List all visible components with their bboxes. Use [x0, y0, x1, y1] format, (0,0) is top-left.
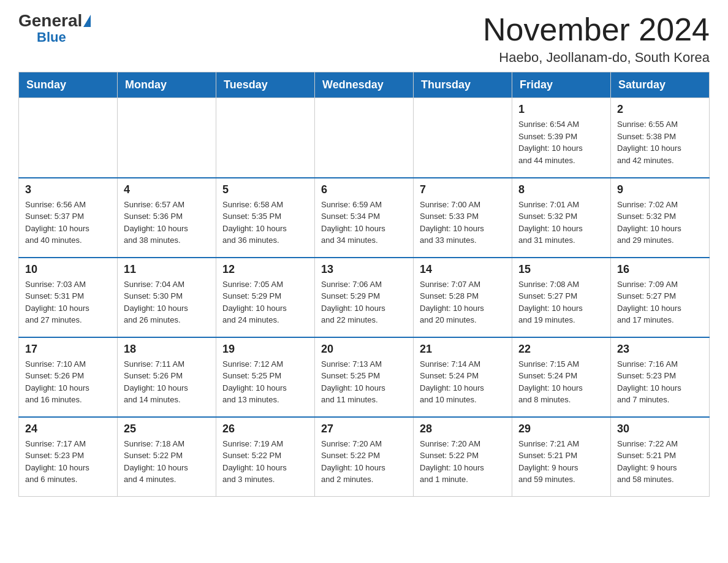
day-info: Sunrise: 7:20 AMSunset: 5:22 PMDaylight:… [420, 438, 506, 486]
calendar-subtitle: Haebo, Jeollanam-do, South Korea [483, 50, 710, 66]
day-info: Sunrise: 7:16 AMSunset: 5:23 PMDaylight:… [617, 358, 703, 406]
day-number: 27 [321, 423, 407, 435]
calendar-cell-w5-d4: 28Sunrise: 7:20 AMSunset: 5:22 PMDayligh… [414, 417, 512, 497]
calendar-cell-w4-d4: 21Sunrise: 7:14 AMSunset: 5:24 PMDayligh… [414, 337, 512, 417]
calendar-cell-w4-d1: 18Sunrise: 7:11 AMSunset: 5:26 PMDayligh… [118, 337, 216, 417]
header-tuesday: Tuesday [216, 72, 315, 98]
calendar-cell-w2-d1: 4Sunrise: 6:57 AMSunset: 5:36 PMDaylight… [118, 178, 216, 258]
week-row-4: 17Sunrise: 7:10 AMSunset: 5:26 PMDayligh… [19, 337, 710, 417]
day-number: 21 [420, 343, 506, 356]
week-row-2: 3Sunrise: 6:56 AMSunset: 5:37 PMDaylight… [19, 178, 710, 258]
day-info: Sunrise: 7:22 AMSunset: 5:21 PMDaylight:… [617, 438, 703, 486]
day-number: 26 [222, 423, 308, 435]
calendar-cell-w2-d3: 6Sunrise: 6:59 AMSunset: 5:34 PMDaylight… [315, 178, 414, 258]
day-number: 23 [617, 343, 703, 356]
day-info: Sunrise: 7:11 AMSunset: 5:26 PMDaylight:… [124, 358, 210, 406]
calendar-cell-w1-d2 [216, 98, 315, 178]
calendar-cell-w1-d4 [414, 98, 512, 178]
calendar-cell-w3-d3: 13Sunrise: 7:06 AMSunset: 5:29 PMDayligh… [315, 258, 414, 337]
day-info: Sunrise: 7:13 AMSunset: 5:25 PMDaylight:… [321, 358, 407, 406]
day-info: Sunrise: 6:59 AMSunset: 5:34 PMDaylight:… [321, 199, 407, 247]
calendar-cell-w5-d5: 29Sunrise: 7:21 AMSunset: 5:21 PMDayligh… [512, 417, 611, 497]
day-number: 5 [222, 183, 308, 196]
calendar-cell-w2-d0: 3Sunrise: 6:56 AMSunset: 5:37 PMDaylight… [19, 178, 118, 258]
calendar-cell-w2-d4: 7Sunrise: 7:00 AMSunset: 5:33 PMDaylight… [414, 178, 512, 258]
calendar-cell-w1-d3 [315, 98, 414, 178]
day-number: 13 [321, 263, 407, 276]
calendar-title: November 2024 [483, 12, 710, 47]
calendar-cell-w2-d6: 9Sunrise: 7:02 AMSunset: 5:32 PMDaylight… [611, 178, 710, 258]
day-number: 24 [25, 423, 111, 435]
logo-triangle-icon [83, 15, 91, 27]
calendar-cell-w4-d2: 19Sunrise: 7:12 AMSunset: 5:25 PMDayligh… [216, 337, 315, 417]
day-number: 17 [25, 343, 111, 356]
calendar-cell-w3-d6: 16Sunrise: 7:09 AMSunset: 5:27 PMDayligh… [611, 258, 710, 337]
day-info: Sunrise: 7:14 AMSunset: 5:24 PMDaylight:… [420, 358, 506, 406]
calendar-cell-w2-d5: 8Sunrise: 7:01 AMSunset: 5:32 PMDaylight… [512, 178, 611, 258]
day-info: Sunrise: 7:03 AMSunset: 5:31 PMDaylight:… [25, 278, 111, 326]
day-number: 20 [321, 343, 407, 356]
header-monday: Monday [118, 72, 216, 98]
day-info: Sunrise: 7:18 AMSunset: 5:22 PMDaylight:… [124, 438, 210, 486]
day-info: Sunrise: 6:55 AMSunset: 5:38 PMDaylight:… [617, 118, 703, 166]
day-number: 15 [518, 263, 604, 276]
day-info: Sunrise: 7:08 AMSunset: 5:27 PMDaylight:… [518, 278, 604, 326]
calendar-cell-w1-d1 [118, 98, 216, 178]
calendar-cell-w3-d1: 11Sunrise: 7:04 AMSunset: 5:30 PMDayligh… [118, 258, 216, 337]
day-number: 22 [518, 343, 604, 356]
day-info: Sunrise: 7:19 AMSunset: 5:22 PMDaylight:… [222, 438, 308, 486]
day-number: 30 [617, 423, 703, 435]
day-info: Sunrise: 7:10 AMSunset: 5:26 PMDaylight:… [25, 358, 111, 406]
day-number: 12 [222, 263, 308, 276]
calendar-cell-w3-d5: 15Sunrise: 7:08 AMSunset: 5:27 PMDayligh… [512, 258, 611, 337]
logo-general-text: General [18, 12, 82, 29]
day-number: 6 [321, 183, 407, 196]
day-number: 2 [617, 103, 703, 116]
day-info: Sunrise: 7:21 AMSunset: 5:21 PMDaylight:… [518, 438, 604, 486]
calendar-cell-w5-d3: 27Sunrise: 7:20 AMSunset: 5:22 PMDayligh… [315, 417, 414, 497]
calendar-cell-w4-d5: 22Sunrise: 7:15 AMSunset: 5:24 PMDayligh… [512, 337, 611, 417]
calendar-cell-w1-d6: 2Sunrise: 6:55 AMSunset: 5:38 PMDaylight… [611, 98, 710, 178]
day-info: Sunrise: 7:02 AMSunset: 5:32 PMDaylight:… [617, 199, 703, 247]
day-info: Sunrise: 7:12 AMSunset: 5:25 PMDaylight:… [222, 358, 308, 406]
day-number: 25 [124, 423, 210, 435]
day-number: 4 [124, 183, 210, 196]
day-number: 11 [124, 263, 210, 276]
day-number: 16 [617, 263, 703, 276]
calendar-cell-w1-d0 [19, 98, 118, 178]
calendar-cell-w4-d6: 23Sunrise: 7:16 AMSunset: 5:23 PMDayligh… [611, 337, 710, 417]
header: General Blue November 2024 Haebo, Jeolla… [18, 12, 710, 66]
day-number: 14 [420, 263, 506, 276]
day-info: Sunrise: 6:58 AMSunset: 5:35 PMDaylight:… [222, 199, 308, 247]
header-sunday: Sunday [19, 72, 118, 98]
day-number: 8 [518, 183, 604, 196]
calendar-cell-w3-d0: 10Sunrise: 7:03 AMSunset: 5:31 PMDayligh… [19, 258, 118, 337]
logo-blue-text: Blue [37, 29, 66, 45]
day-info: Sunrise: 7:09 AMSunset: 5:27 PMDaylight:… [617, 278, 703, 326]
day-info: Sunrise: 6:57 AMSunset: 5:36 PMDaylight:… [124, 199, 210, 247]
calendar-cell-w4-d0: 17Sunrise: 7:10 AMSunset: 5:26 PMDayligh… [19, 337, 118, 417]
day-number: 9 [617, 183, 703, 196]
day-info: Sunrise: 6:54 AMSunset: 5:39 PMDaylight:… [518, 118, 604, 166]
day-info: Sunrise: 7:01 AMSunset: 5:32 PMDaylight:… [518, 199, 604, 247]
week-row-1: 1Sunrise: 6:54 AMSunset: 5:39 PMDaylight… [19, 98, 710, 178]
logo: General Blue [18, 12, 91, 45]
calendar-cell-w4-d3: 20Sunrise: 7:13 AMSunset: 5:25 PMDayligh… [315, 337, 414, 417]
calendar-table: SundayMondayTuesdayWednesdayThursdayFrid… [18, 72, 710, 497]
week-row-3: 10Sunrise: 7:03 AMSunset: 5:31 PMDayligh… [19, 258, 710, 337]
calendar-cell-w5-d0: 24Sunrise: 7:17 AMSunset: 5:23 PMDayligh… [19, 417, 118, 497]
day-info: Sunrise: 7:07 AMSunset: 5:28 PMDaylight:… [420, 278, 506, 326]
day-number: 10 [25, 263, 111, 276]
day-info: Sunrise: 7:20 AMSunset: 5:22 PMDaylight:… [321, 438, 407, 486]
calendar-cell-w3-d4: 14Sunrise: 7:07 AMSunset: 5:28 PMDayligh… [414, 258, 512, 337]
header-wednesday: Wednesday [315, 72, 414, 98]
calendar-cell-w5-d2: 26Sunrise: 7:19 AMSunset: 5:22 PMDayligh… [216, 417, 315, 497]
day-number: 1 [518, 103, 604, 116]
day-info: Sunrise: 7:05 AMSunset: 5:29 PMDaylight:… [222, 278, 308, 326]
day-info: Sunrise: 7:06 AMSunset: 5:29 PMDaylight:… [321, 278, 407, 326]
header-friday: Friday [512, 72, 611, 98]
day-number: 18 [124, 343, 210, 356]
day-number: 29 [518, 423, 604, 435]
day-info: Sunrise: 7:04 AMSunset: 5:30 PMDaylight:… [124, 278, 210, 326]
day-number: 3 [25, 183, 111, 196]
